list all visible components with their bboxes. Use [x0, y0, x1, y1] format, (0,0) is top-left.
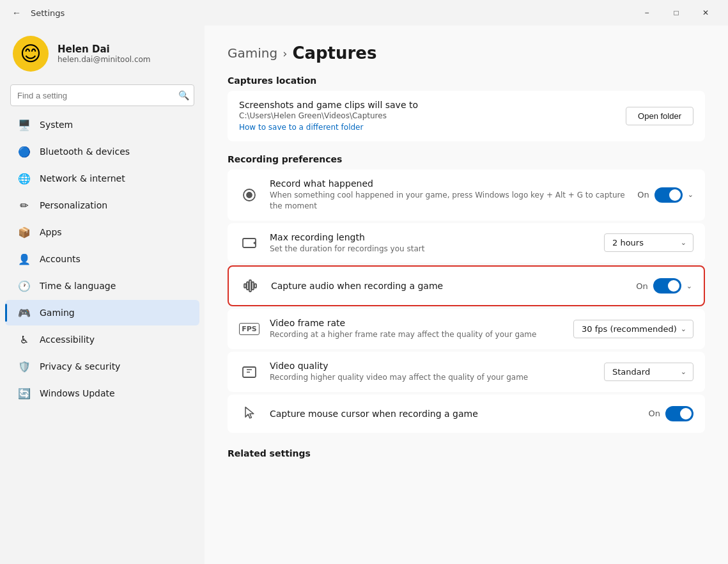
capture-mouse-icon: [239, 403, 259, 424]
video-frame-rate-title: Video frame rate: [270, 318, 563, 328]
record-what-happened-card: Record what happened When something cool…: [228, 169, 705, 221]
svg-rect-6: [252, 282, 254, 290]
video-quality-chevron-icon: ⌄: [681, 368, 686, 376]
capture-mouse-action: On: [649, 406, 693, 421]
max-recording-length-dropdown[interactable]: 2 hours ⌄: [604, 233, 693, 252]
record-what-happened-text: Record what happened When something cool…: [270, 178, 627, 212]
open-folder-button[interactable]: Open folder: [626, 107, 693, 125]
breadcrumb-separator: ›: [283, 47, 287, 60]
capture-audio-row: Capture audio when recording a game On ⌄: [229, 267, 704, 305]
video-frame-rate-desc: Recording at a higher frame rate may aff…: [270, 329, 563, 340]
capture-audio-toggle-label: On: [636, 281, 647, 291]
related-settings-title: Related settings: [228, 448, 705, 458]
svg-rect-5: [249, 280, 251, 292]
bluetooth-icon: 🔵: [18, 145, 31, 158]
sidebar-item-privacy[interactable]: 🛡️ Privacy & security: [5, 354, 199, 379]
max-recording-icon: [239, 233, 259, 253]
video-quality-desc: Recording higher quality video may affec…: [270, 372, 594, 383]
sidebar-item-gaming[interactable]: 🎮 Gaming: [5, 300, 199, 325]
record-what-happened-toggle[interactable]: [654, 187, 683, 203]
personalization-icon: ✏️: [18, 199, 31, 212]
video-frame-rate-icon: FPS: [239, 319, 259, 340]
capture-audio-chevron-icon[interactable]: ⌄: [686, 282, 692, 290]
svg-rect-3: [244, 284, 246, 288]
capture-mouse-text: Capture mouse cursor when recording a ga…: [270, 409, 639, 419]
search-input[interactable]: [10, 84, 194, 106]
privacy-icon: 🛡️: [18, 360, 31, 373]
max-recording-length-desc: Set the duration for recordings you star…: [270, 244, 594, 255]
capture-mouse-toggle[interactable]: [665, 406, 693, 421]
record-what-happened-desc: When something cool happened in your gam…: [270, 190, 627, 212]
max-recording-length-action: 2 hours ⌄: [604, 233, 693, 252]
close-button[interactable]: ✕: [691, 3, 720, 23]
sidebar-label-time: Time & language: [40, 281, 116, 291]
capture-mouse-row: Capture mouse cursor when recording a ga…: [228, 395, 705, 433]
capture-mouse-toggle-label: On: [649, 409, 660, 418]
captures-location-description: Screenshots and game clips will save to: [239, 100, 616, 110]
time-icon: 🕐: [18, 279, 31, 292]
sidebar-label-accounts: Accounts: [40, 254, 81, 264]
video-frame-rate-chevron-icon: ⌄: [681, 325, 686, 333]
breadcrumb: Gaming › Captures: [228, 43, 705, 63]
max-recording-length-card: Max recording length Set the duration fo…: [228, 223, 705, 263]
search-icon: 🔍: [178, 90, 189, 100]
sidebar-item-personalization[interactable]: ✏️ Personalization: [5, 192, 199, 218]
breadcrumb-parent[interactable]: Gaming: [228, 45, 277, 61]
captures-location-link[interactable]: How to save to a different folder: [239, 123, 363, 132]
sidebar-label-privacy: Privacy & security: [40, 361, 120, 372]
capture-audio-text: Capture audio when recording a game: [271, 281, 626, 291]
captures-location-action: Open folder: [626, 107, 693, 125]
sidebar-label-apps: Apps: [40, 227, 62, 237]
record-what-happened-chevron-icon[interactable]: ⌄: [688, 191, 693, 199]
sidebar-label-bluetooth: Bluetooth & devices: [40, 146, 130, 157]
captures-location-row: Screenshots and game clips will save to …: [228, 91, 705, 141]
sidebar-item-bluetooth[interactable]: 🔵 Bluetooth & devices: [5, 139, 199, 164]
record-what-happened-icon: [239, 185, 259, 205]
sidebar-label-accessibility: Accessibility: [40, 334, 95, 345]
sidebar-item-accounts[interactable]: 👤 Accounts: [5, 246, 199, 272]
network-icon: 🌐: [18, 172, 31, 185]
captures-location-title: Captures location: [228, 75, 705, 86]
user-info: Helen Dai helen.dai@minitool.com: [58, 43, 151, 64]
captures-location-text: Screenshots and game clips will save to …: [239, 100, 616, 132]
sidebar-item-network[interactable]: 🌐 Network & internet: [5, 166, 199, 191]
capture-mouse-card: Capture mouse cursor when recording a ga…: [228, 395, 705, 433]
video-frame-rate-dropdown[interactable]: 30 fps (recommended) ⌄: [573, 320, 693, 338]
sidebar-item-accessibility[interactable]: ♿ Accessibility: [5, 327, 199, 352]
accessibility-icon: ♿: [18, 333, 31, 346]
minimize-button[interactable]: −: [632, 3, 662, 23]
gaming-icon: 🎮: [18, 306, 31, 319]
capture-audio-card: Capture audio when recording a game On ⌄: [228, 265, 705, 306]
titlebar: ← Settings − □ ✕: [0, 0, 728, 26]
capture-audio-icon: [240, 276, 261, 296]
sidebar: 😊 Helen Dai helen.dai@minitool.com 🔍 🖥️ …: [0, 26, 205, 564]
video-quality-card: Video quality Recording higher quality v…: [228, 352, 705, 392]
back-button[interactable]: ←: [8, 4, 26, 22]
window-controls: − □ ✕: [632, 3, 720, 23]
svg-point-1: [247, 192, 252, 198]
sidebar-label-network: Network & internet: [40, 173, 125, 184]
capture-audio-title: Capture audio when recording a game: [271, 281, 626, 291]
sidebar-item-windows-update[interactable]: 🔄 Windows Update: [5, 380, 199, 406]
record-what-happened-toggle-label: On: [637, 190, 649, 200]
max-recording-length-text: Max recording length Set the duration fo…: [270, 232, 594, 255]
capture-mouse-title: Capture mouse cursor when recording a ga…: [270, 409, 639, 419]
max-recording-length-row: Max recording length Set the duration fo…: [228, 223, 705, 263]
sidebar-item-apps[interactable]: 📦 Apps: [5, 219, 199, 245]
sidebar-label-system: System: [40, 120, 73, 130]
maximize-button[interactable]: □: [662, 3, 691, 23]
sidebar-item-time[interactable]: 🕐 Time & language: [5, 273, 199, 299]
sidebar-item-system[interactable]: 🖥️ System: [5, 112, 199, 137]
user-section: 😊 Helen Dai helen.dai@minitool.com: [0, 26, 205, 82]
max-recording-dropdown-chevron-icon: ⌄: [681, 239, 686, 247]
recording-preferences-title: Recording preferences: [228, 154, 705, 164]
main-content: Gaming › Captures Captures location Scre…: [205, 26, 728, 564]
capture-audio-action: On ⌄: [636, 278, 692, 294]
video-quality-dropdown[interactable]: Standard ⌄: [604, 363, 693, 381]
captures-location-card: Screenshots and game clips will save to …: [228, 91, 705, 141]
video-frame-rate-card: FPS Video frame rate Recording at a high…: [228, 309, 705, 349]
record-what-happened-title: Record what happened: [270, 178, 627, 189]
user-name: Helen Dai: [58, 43, 151, 55]
capture-audio-toggle[interactable]: [653, 278, 681, 294]
video-quality-icon: [239, 362, 259, 382]
